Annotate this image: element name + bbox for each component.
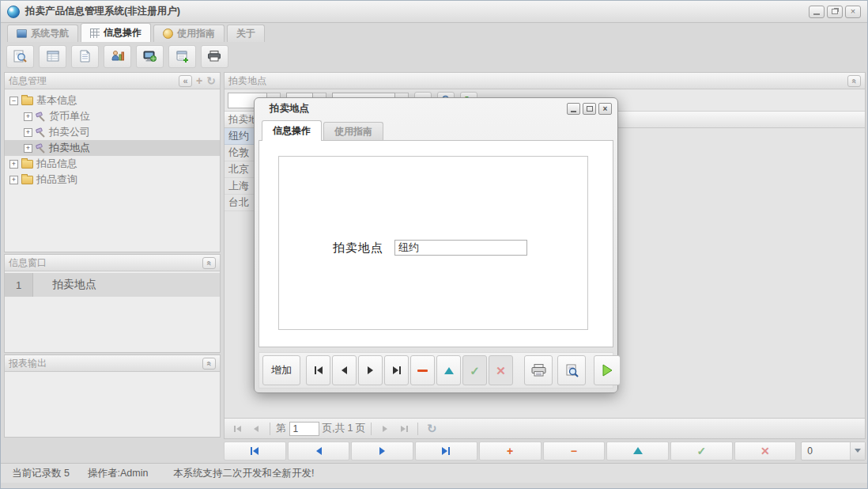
restore-icon [832,9,838,14]
table-icon [47,51,59,62]
next-page-button[interactable] [377,421,393,437]
gavel-icon [36,112,46,122]
insert-record-button[interactable]: + [479,442,542,461]
tab-about[interactable]: 关于 [227,25,265,42]
form-container: 拍卖地点 [278,156,588,330]
person-chart-icon [111,50,124,63]
next-record-icon [368,366,373,374]
print-button[interactable] [524,355,553,385]
expand-node-icon[interactable]: + [24,112,32,121]
last-record-button[interactable] [384,355,409,385]
dialog-tabbar: 信息操作 使用指南 [259,119,613,140]
dialog-close-button[interactable]: × [598,103,612,115]
location-input[interactable] [394,240,527,256]
paging-toolbar: 第 页,共 1 页 ↻ [225,418,865,438]
delete-button[interactable] [410,355,435,385]
collapse-up-button[interactable]: « [202,257,216,269]
tree-item-auction-company[interactable]: + 拍卖公司 [5,124,220,140]
record-count-select[interactable]: 0 [801,442,866,461]
cancel-button[interactable]: ✕ [489,355,513,385]
record-count-status: 当前记录数 5 [12,464,70,483]
last-page-button[interactable] [396,421,412,437]
form-row: 拍卖地点 [333,240,527,256]
delete-record-button[interactable]: − [543,442,606,461]
expand-node-icon[interactable]: + [24,128,32,137]
grid-view-button[interactable] [39,45,66,68]
check-icon: ✓ [696,445,706,457]
row-index: 1 [5,273,33,297]
nav-next-button[interactable] [351,442,413,461]
prev-record-button[interactable] [332,355,357,385]
document-icon [80,50,90,63]
restore-button[interactable] [827,6,843,18]
tree-item-lot-query[interactable]: + 拍品查询 [5,172,220,188]
document-button[interactable] [71,45,99,68]
dropdown-button[interactable] [850,442,865,460]
prev-page-button[interactable] [248,421,264,437]
close-button[interactable]: × [845,6,861,18]
collapse-up-button[interactable]: « [202,358,216,370]
dialog-minimize-button[interactable] [567,103,580,115]
info-window-panel: 信息窗口 « 1 拍卖地点 [4,254,221,353]
tree-label: 货币单位 [49,109,90,123]
tab-info-operations[interactable]: 信息操作 [81,23,151,42]
monitor-globe-icon [143,51,157,63]
tree-item-basic-info[interactable]: − 基本信息 [5,93,220,108]
print-preview-button[interactable] [557,355,586,385]
minimize-button[interactable] [809,6,825,18]
refresh-tree-icon[interactable]: ↻ [206,75,216,86]
collapse-up-button[interactable]: « [847,75,861,87]
tree-item-lot-info[interactable]: + 拍品信息 [5,156,220,172]
tree-item-auction-location[interactable]: + 拍卖地点 [5,140,220,156]
minus-icon: − [571,445,577,457]
add-button[interactable]: 增加 [262,355,300,385]
plus-icon: + [507,445,513,457]
tree-label: 拍卖公司 [49,125,90,139]
tab-system-nav[interactable]: 系统导航 [7,25,78,42]
confirm-button[interactable]: ✓ [462,355,487,385]
edit-record-button[interactable] [606,442,669,461]
first-record-button[interactable] [306,355,330,385]
preview-search-button[interactable] [6,45,34,68]
first-page-button[interactable] [229,421,245,437]
first-record-icon [315,366,323,374]
report-output-panel: 报表输出 « [4,354,221,438]
cancel-record-button[interactable]: ✕ [734,442,797,461]
user-report-button[interactable] [104,45,131,68]
edit-button[interactable] [436,355,461,385]
selected-value: 0 [802,445,813,457]
panel-header: 拍卖地点 « [225,73,865,89]
tree-label: 基本信息 [36,93,77,108]
expand-node-icon[interactable]: + [9,160,18,169]
panel-title: 信息窗口 [9,256,47,270]
nav-prev-button[interactable] [288,442,350,461]
expand-node-icon[interactable]: + [24,144,32,153]
last-record-icon [393,366,401,374]
add-window-button[interactable] [168,45,196,68]
execute-button[interactable] [594,355,621,385]
collapse-left-button[interactable]: « [179,75,192,87]
dialog-tab-user-guide[interactable]: 使用指南 [323,122,383,140]
panel-title: 报表输出 [9,357,47,370]
next-record-button[interactable] [358,355,383,385]
tab-user-guide[interactable]: 使用指南 [153,25,225,42]
page-number-input[interactable] [289,422,319,436]
nav-first-button[interactable] [224,442,286,461]
add-node-icon[interactable]: + [196,75,202,86]
dialog-maximize-button[interactable] [583,103,596,115]
dialog-tab-info-operations[interactable]: 信息操作 [262,120,322,141]
collapse-node-icon[interactable]: − [9,97,18,105]
last-record-icon [442,447,450,455]
record-navigator: + − ✓ ✕ 0 [224,441,866,461]
monitor-view-button[interactable] [136,45,164,68]
expand-node-icon[interactable]: + [9,176,18,184]
open-window-row[interactable]: 1 拍卖地点 [5,273,220,297]
post-record-button[interactable]: ✓ [670,442,733,461]
print-button[interactable] [201,45,228,68]
nav-last-button[interactable] [415,442,477,461]
panel-title: 拍卖地点 [228,74,266,88]
tree-item-currency-unit[interactable]: + 货币单位 [5,108,220,124]
app-window: 拍卖产品信息管理系统(非注册用户) × 系统导航 信息操作 使用指南 关于 [0,0,868,489]
folder-icon [21,160,33,169]
refresh-page-button[interactable]: ↻ [424,421,440,437]
